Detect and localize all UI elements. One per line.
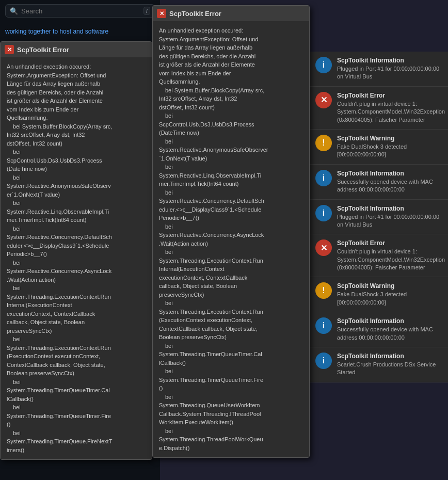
- notif-icon-info: i: [315, 170, 332, 186]
- dialog-large-line: System.Reactive.AnonymousSafeObserver: [159, 146, 303, 154]
- dialog-large-line: An unhandled exception occured:: [159, 26, 303, 35]
- dialog-small-line: bei System.Buffer.BlockCopy(Array src,: [7, 122, 146, 131]
- dialog-small-line: bei: [7, 335, 146, 344]
- dialog-small-close-button[interactable]: ✕: [5, 45, 14, 54]
- dialog-large-line: System.Threading.TimerQueueTimer.Cal: [159, 350, 303, 359]
- notification-panel: iScpToolkit InformationPlugged in Port #…: [309, 52, 448, 382]
- notif-content: ScpToolkit WarningFake DualShock 3 detec…: [337, 135, 442, 159]
- notif-title: ScpToolkit Information: [337, 170, 442, 177]
- dialog-large-line: e.Dispatch(): [159, 444, 303, 453]
- dialog-small-line: bei: [7, 259, 146, 267]
- notification-item[interactable]: iScpToolkit InformationScarlet.Crush Pro…: [309, 347, 448, 382]
- dialog-large-body[interactable]: An unhandled exception occured:System.Ar…: [153, 21, 309, 457]
- dialog-large-line: bei: [159, 248, 303, 257]
- notif-icon-info: i: [315, 205, 332, 221]
- notification-item[interactable]: iScpToolkit InformationPlugged in Port #…: [309, 52, 448, 87]
- notification-item[interactable]: !ScpToolkit WarningFake DualShock 3 dete…: [309, 277, 448, 312]
- notification-item[interactable]: iScpToolkit InformationSuccessfully open…: [309, 165, 448, 200]
- dialog-small-line: (DateTime now): [7, 165, 146, 173]
- dialog-large-line: dstOffset, Int32 count): [159, 103, 303, 112]
- dialog-large-line: bei: [159, 137, 303, 146]
- dialog-large-line: Periodic>b__7(): [159, 214, 303, 222]
- search-bar[interactable]: 🔍 /: [5, 4, 155, 18]
- notif-icon-error: ✕: [315, 92, 332, 108]
- dialog-large-line: System.Threading.QueueUserWorkItem: [159, 401, 303, 410]
- dialog-small-line: preserveSyncCtx): [7, 327, 146, 335]
- dialog-large-line: .Wait(Action action): [159, 239, 303, 248]
- dialog-small-line: Int32 srcOffset, Array dst, Int32: [7, 131, 146, 139]
- dialog-large-line: bei: [159, 222, 303, 231]
- dialog-large-line: System.Reactive.Linq.ObservableImpl.Ti: [159, 171, 303, 180]
- notif-title: ScpToolkit Information: [337, 353, 442, 360]
- notification-item[interactable]: !ScpToolkit WarningFake DualShock 3 dete…: [309, 130, 448, 165]
- dialog-small-line: bei: [7, 284, 146, 293]
- dialog-large-line: WorkItem.ExecuteWorkItem(): [159, 418, 303, 427]
- dialog-small: ✕ ScpToolkit Error An unhandled exceptio…: [0, 41, 152, 460]
- dialog-large-line: Int32 srcOffset, Array dst, Int32: [159, 94, 303, 103]
- dialog-large: ✕ ScpToolkit Error An unhandled exceptio…: [152, 5, 310, 458]
- notif-icon-info: i: [315, 57, 332, 73]
- dialog-large-title: ScpToolkit Error: [169, 10, 221, 18]
- notification-item[interactable]: iScpToolkit InformationPlugged in Port #…: [309, 200, 448, 235]
- dialog-large-line: eduler.<>c__DisplayClass9`1.<Schedule: [159, 205, 303, 214]
- dialog-small-line: bei: [7, 225, 146, 233]
- dialog-small-line: ist größer als die Anzahl der Elemente: [7, 97, 146, 105]
- notification-item[interactable]: ✕ScpToolkit ErrorCouldn't plug in virtua…: [309, 87, 448, 130]
- dialog-large-line: System.Reactive.Concurrency.AsyncLock: [159, 231, 303, 239]
- dialog-large-line: System.Threading.ExecutionContext.Run: [159, 257, 303, 265]
- search-input[interactable]: [21, 7, 140, 15]
- dialog-small-line: ScpControl.Usb.Ds3.UsbDs3.Process: [7, 156, 146, 165]
- dialog-small-line: bei: [7, 378, 146, 387]
- notif-text: Scarlet.Crush Productions DSx Service St…: [337, 361, 442, 377]
- notif-icon-info: i: [315, 317, 332, 334]
- dialog-large-line: Boolean preserveSyncCtx): [159, 333, 303, 342]
- dialog-small-line: An unhandled exception occured:: [7, 62, 146, 71]
- dialog-large-line: bei: [159, 299, 303, 308]
- notif-content: ScpToolkit InformationPlugged in Port #1…: [337, 57, 442, 81]
- dialog-large-line: callback, Object state, Boolean: [159, 282, 303, 291]
- link-working[interactable]: working together to host and software: [5, 28, 108, 35]
- dialog-small-line: Boolean preserveSyncCtx): [7, 369, 146, 378]
- dialog-small-line: executionContext, ContextCallback: [7, 310, 146, 318]
- notif-icon-warning: !: [315, 135, 332, 151]
- dialog-large-line: System.Threading.ThreadPoolWorkQueu: [159, 435, 303, 444]
- search-shortcut: /: [143, 7, 150, 15]
- dialog-large-line: (DateTime now): [159, 129, 303, 137]
- dialog-small-line: bei: [7, 173, 146, 182]
- dialog-small-line: System.Threading.ExecutionContext.Run: [7, 344, 146, 353]
- dialog-large-titlebar: ✕ ScpToolkit Error: [153, 6, 309, 21]
- notif-title: ScpToolkit Error: [337, 239, 445, 247]
- dialog-large-line: System.Reactive.Concurrency.DefaultSch: [159, 197, 303, 205]
- dialog-small-line: System.Threading.ExecutionContext.Run: [7, 293, 146, 301]
- notif-content: ScpToolkit InformationSuccessfully opene…: [337, 170, 442, 194]
- dialog-small-titlebar: ✕ ScpToolkit Error: [1, 42, 152, 57]
- dialog-small-line: Quellsammlung.: [7, 114, 146, 122]
- dialog-small-line: lCallback(): [7, 395, 146, 404]
- dialog-small-line: bei: [7, 429, 146, 438]
- dialog-large-line: (): [159, 384, 303, 393]
- notification-item[interactable]: ✕ScpToolkit ErrorCouldn't plug in virtua…: [309, 234, 448, 277]
- dialog-small-line: ContextCallback callback, Object state,: [7, 361, 146, 370]
- dialog-large-line: System.Threading.ExecutionContext.Run: [159, 308, 303, 316]
- dialog-small-line: imers(): [7, 446, 146, 455]
- dialog-small-title: ScpToolkit Error: [17, 46, 69, 54]
- notification-item[interactable]: iScpToolkit InformationSuccessfully open…: [309, 312, 448, 347]
- notif-content: ScpToolkit InformationSuccessfully opene…: [337, 317, 442, 342]
- notif-text: Successfully opened device with MAC addr…: [337, 178, 442, 194]
- dialog-large-line: bei: [159, 188, 303, 197]
- notif-content: ScpToolkit ErrorCouldn't plug in virtual…: [337, 239, 445, 271]
- dialog-large-line: vom Index bis zum Ende der: [159, 69, 303, 78]
- dialog-large-line: Quellsammlung.: [159, 77, 303, 86]
- dialog-large-line: (ExecutionContext executionContext,: [159, 316, 303, 325]
- dialog-small-line: bei: [7, 403, 146, 412]
- dialog-small-line: bei: [7, 148, 146, 156]
- notif-title: ScpToolkit Information: [337, 205, 442, 212]
- dialog-large-close-button[interactable]: ✕: [157, 9, 166, 18]
- dialog-small-line: Länge für das Array liegen außerhalb: [7, 79, 146, 88]
- dialog-small-line: Periodic>b__7(): [7, 250, 146, 259]
- dialog-large-line: bei: [159, 393, 303, 402]
- dialog-large-line: preserveSyncCtx): [159, 291, 303, 299]
- dialog-large-line: `1.OnNext(T value): [159, 154, 303, 163]
- dialog-small-body[interactable]: An unhandled exception occured:System.Ar…: [1, 57, 152, 459]
- notif-text: Successfully opened device with MAC addr…: [337, 326, 442, 342]
